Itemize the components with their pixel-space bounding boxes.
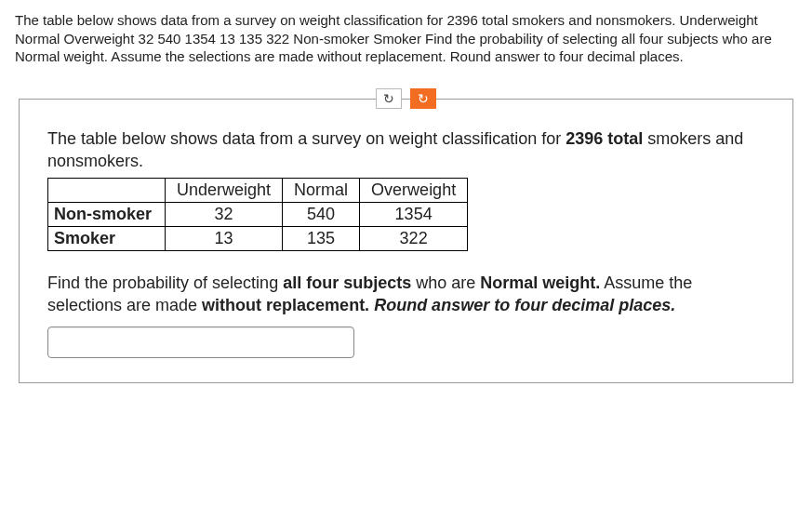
row-label-nonsmoker: Non-smoker bbox=[48, 203, 166, 227]
q-italic: Round answer to four decimal places. bbox=[374, 296, 675, 314]
reset-button[interactable]: ↻ bbox=[376, 88, 402, 109]
col-underweight: Underweight bbox=[166, 179, 283, 203]
submit-icon: ↻ bbox=[418, 91, 429, 106]
question-text: Find the probability of selecting all fo… bbox=[47, 272, 765, 317]
col-normal: Normal bbox=[283, 179, 360, 203]
cell-smoker-normal: 135 bbox=[283, 227, 360, 251]
table-corner-cell bbox=[48, 179, 166, 203]
q-bold: without replacement. bbox=[202, 296, 369, 314]
table-header-row: Underweight Normal Overweight bbox=[48, 179, 468, 203]
control-bar: ↻ ↻ bbox=[15, 88, 797, 109]
cell-nonsmoker-underweight: 32 bbox=[166, 203, 283, 227]
row-label-smoker: Smoker bbox=[48, 227, 166, 251]
table-row: Smoker 13 135 322 bbox=[48, 227, 468, 251]
intro-total: 2396 total bbox=[566, 129, 643, 148]
cell-nonsmoker-normal: 540 bbox=[283, 203, 360, 227]
table-row: Non-smoker 32 540 1354 bbox=[48, 203, 468, 227]
submit-button[interactable]: ↻ bbox=[410, 88, 436, 109]
q-bold: all four subjects bbox=[283, 273, 411, 292]
intro-text: The table below shows data from a survey… bbox=[47, 127, 765, 173]
col-overweight: Overweight bbox=[360, 179, 468, 203]
problem-summary-text: The table below shows data from a survey… bbox=[15, 11, 797, 66]
intro-prefix: The table below shows data from a survey… bbox=[47, 129, 566, 148]
q-bold: Normal weight. bbox=[480, 273, 600, 292]
data-table: Underweight Normal Overweight Non-smoker… bbox=[47, 178, 468, 251]
cell-nonsmoker-overweight: 1354 bbox=[360, 203, 468, 227]
q-part: who are bbox=[411, 273, 480, 292]
cell-smoker-underweight: 13 bbox=[166, 227, 283, 251]
q-part: Find the probability of selecting bbox=[47, 273, 283, 292]
problem-container: The table below shows data from a survey… bbox=[19, 99, 793, 383]
cell-smoker-overweight: 322 bbox=[360, 227, 468, 251]
answer-input[interactable] bbox=[47, 327, 354, 358]
reset-icon: ↻ bbox=[383, 91, 394, 106]
